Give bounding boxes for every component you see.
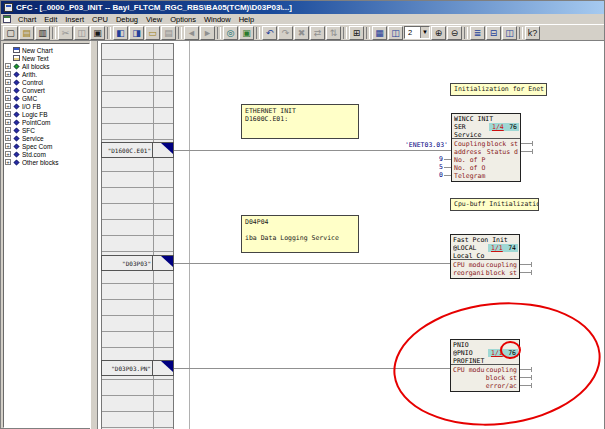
menu-item-help[interactable]: Help [235, 15, 258, 24]
wire[interactable] [174, 150, 451, 151]
input-value[interactable]: 0 [430, 171, 443, 179]
menu-item-view[interactable]: View [142, 15, 166, 24]
tree-item-io-fb[interactable]: +I/O FB [5, 102, 89, 110]
tree-item-other-blocks[interactable]: +Other blocks [5, 158, 89, 166]
tree-item-pointcom[interactable]: +PointCom [5, 118, 89, 126]
expand-icon[interactable]: + [5, 63, 11, 69]
expand-icon[interactable]: + [5, 71, 11, 77]
toolbar-zoom-in-button[interactable]: ⊕ [431, 26, 446, 40]
menu-item-chart[interactable]: Chart [14, 15, 40, 24]
sheet-connector-d03p03-pn[interactable]: "D03P03.PN" [101, 360, 174, 376]
output-pin[interactable]: coupling [486, 261, 517, 269]
run-sequence: 1/4 [492, 123, 504, 131]
toolbar-sheetbar-button[interactable]: ▭ [145, 26, 160, 40]
toolbar-margin-button[interactable]: ▤ [161, 26, 176, 40]
expand-icon[interactable]: + [5, 111, 11, 117]
menu-item-options[interactable]: Options [166, 15, 200, 24]
block-fast-pcon-init[interactable]: Fast Pcon Init @LOCAL Local Co 74 1/1 CP… [450, 234, 520, 279]
toolbar-undo-button[interactable]: ↶ [262, 26, 277, 40]
input-pin[interactable]: Telegram [454, 172, 485, 180]
comment-ethernet-init[interactable]: ETHERNET INIT D1600C.E01: [241, 104, 359, 139]
input-value[interactable]: 5 [430, 163, 443, 171]
output-pin[interactable]: Status d [487, 148, 518, 156]
comment-initialization-for-enet[interactable]: Initialization for Enet [450, 83, 547, 96]
tree-item-spec-com[interactable]: +Spec Com [5, 142, 89, 150]
input-pin[interactable]: No. of O [454, 164, 485, 172]
toolbar-sheet-frame-button[interactable]: ◫ [388, 26, 403, 40]
tree-item-service[interactable]: +Service [5, 134, 89, 142]
zoom-combo[interactable]: 2 ▼ [404, 26, 430, 39]
output-pin[interactable]: block st [486, 269, 517, 277]
expand-icon[interactable]: + [5, 119, 11, 125]
interconnection-reference[interactable]: 'ENET03.03' [386, 141, 448, 149]
toolbar-arrange-button[interactable]: ◫ [502, 26, 517, 40]
menu-item-debug[interactable]: Debug [112, 15, 142, 24]
toolbar-forward-button[interactable]: ► [200, 26, 215, 40]
toolbar-print-button[interactable]: ▥ [35, 26, 50, 40]
toolbar-open-button[interactable]: ▤ [19, 26, 34, 40]
input-pin[interactable]: reorgani [453, 269, 484, 277]
input-value[interactable]: 9 [430, 155, 443, 163]
tree-item-new-chart[interactable]: New Chart [5, 46, 89, 54]
toolbar-tile-button[interactable]: ⊟ [486, 26, 501, 40]
expand-icon[interactable]: + [5, 87, 11, 93]
comment-cpu-buff-init[interactable]: Cpu-buff Initialization [450, 198, 539, 211]
toolbar-fullscreen-button[interactable]: ⊞ [349, 26, 364, 40]
chevron-down-icon[interactable]: ▼ [420, 27, 429, 38]
toolbar-zoom-out-button[interactable]: ⊖ [447, 26, 462, 40]
tree-item-control[interactable]: +Control [5, 78, 89, 86]
input-pin[interactable]: CPU modu [453, 261, 484, 269]
block-wincc-init[interactable]: WINCC INIT SER Service 76 1/4 Couplingbl… [451, 113, 521, 182]
input-pin[interactable]: No. of P [454, 156, 485, 164]
wire[interactable] [174, 263, 450, 264]
tree-item-arith[interactable]: +Arith. [5, 70, 89, 78]
input-pin[interactable]: address [454, 148, 481, 156]
expand-icon[interactable]: + [5, 103, 11, 109]
expand-icon[interactable]: + [5, 79, 11, 85]
tree-item-sfc[interactable]: +SFC [5, 126, 89, 134]
expand-icon[interactable]: + [5, 127, 11, 133]
expand-icon[interactable]: + [5, 151, 11, 157]
toolbar-back-button[interactable]: ◄ [184, 26, 199, 40]
tree-item-all-blocks[interactable]: +All blocks [5, 62, 89, 70]
menu-item-edit[interactable]: Edit [40, 15, 61, 24]
comment-iba-data-logging[interactable]: D04P04 iba Data Logging Service [241, 215, 359, 253]
toolbar-insert-block-button[interactable]: ▣ [239, 26, 254, 40]
toolbar-help-button[interactable]: k? [525, 26, 540, 40]
toolbar-delete-button[interactable]: ✖ [294, 26, 309, 40]
tree-item-gmc[interactable]: +GMC [5, 94, 89, 102]
expand-icon[interactable]: + [5, 95, 11, 101]
expand-icon[interactable]: + [5, 143, 11, 149]
toolbar-copy-button[interactable]: ◫ [74, 26, 89, 40]
toolbar-cascade-button[interactable]: ≣ [470, 26, 485, 40]
input-pin[interactable]: Coupling [454, 140, 485, 148]
toolbar-redo-button[interactable]: ↷ [278, 26, 293, 40]
toolbar-interconnect-button[interactable]: ⇄ [310, 26, 325, 40]
toolbar-partition-button[interactable]: ◧ [113, 26, 128, 40]
toolbar-paste-button[interactable]: ▣ [90, 26, 105, 40]
tree-item-new-text[interactable]: New Text [5, 54, 89, 62]
tree-item-logic-fb[interactable]: +Logic FB [5, 110, 89, 118]
toolbar-branch-button[interactable]: ⇅ [326, 26, 341, 40]
sheet-connector-d1600c-e01[interactable]: "D1600C.E01" [101, 142, 174, 158]
expand-icon[interactable]: + [5, 159, 11, 165]
sheet-connector-d03p03[interactable]: "D03P03" [101, 255, 174, 271]
menu-item-cpu[interactable]: CPU [88, 15, 112, 24]
help-icon: k? [526, 27, 539, 39]
comment-line: iba Data Logging Service [245, 234, 355, 242]
chart-doc-icon[interactable] [3, 15, 11, 23]
toolbar-overview-button[interactable]: ◨ [129, 26, 144, 40]
toolbar-new-button[interactable]: ▢ [3, 26, 18, 40]
tree-item-std-com[interactable]: +Std.com [5, 150, 89, 158]
output-pin[interactable]: block st [487, 140, 518, 148]
expand-icon[interactable]: + [5, 135, 11, 141]
toolbar-cut-button[interactable]: ✂ [58, 26, 73, 40]
cfc-app-icon[interactable] [4, 3, 13, 12]
panel-splitter[interactable] [90, 41, 98, 429]
toolbar-grid-button[interactable]: ▦ [372, 26, 387, 40]
toolbar-find-button[interactable]: ◎ [223, 26, 238, 40]
chart-canvas[interactable]: "D1600C.E01" "D03P03" "D03P03.PN" ETHERN… [98, 41, 604, 429]
tree-item-convert[interactable]: +Convert [5, 86, 89, 94]
menu-item-insert[interactable]: Insert [61, 15, 88, 24]
menu-item-window[interactable]: Window [200, 15, 235, 24]
